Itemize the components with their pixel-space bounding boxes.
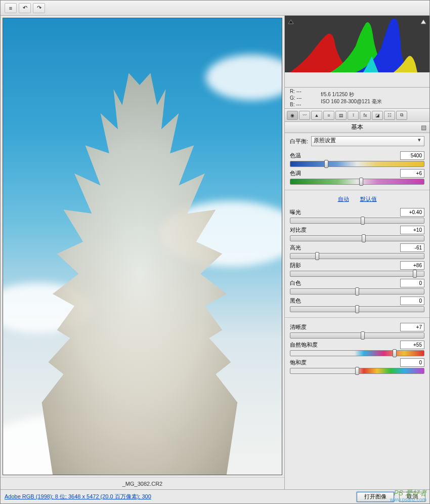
tint-thumb[interactable]	[359, 178, 363, 186]
footer-bar: Adobe RGB (1998); 8 位; 3648 x 5472 (20.0…	[1, 489, 429, 503]
clarity-label: 清晰度	[290, 323, 307, 331]
slider-contrast: 对比度+10	[290, 226, 424, 241]
contrast-thumb[interactable]	[362, 234, 366, 242]
controls: 白平衡: 原照设置 色温 5400 色调 +6	[285, 133, 429, 381]
tab-presets[interactable]: ☷	[384, 111, 395, 120]
slider-blacks: 黑色0	[290, 297, 424, 312]
clarity-value[interactable]: +7	[400, 323, 424, 331]
panel-menu-icon[interactable]: ▤	[421, 124, 426, 131]
exposure-thumb[interactable]	[361, 217, 365, 225]
histogram-graph	[285, 16, 429, 72]
redo-button[interactable]: ↷	[33, 3, 45, 13]
slider-tint: 色调 +6	[290, 169, 424, 185]
saturation-track[interactable]	[290, 368, 424, 374]
exposure-value[interactable]: +0.40	[400, 208, 424, 217]
whites-value[interactable]: 0	[400, 279, 424, 287]
preview-pane: _MG_3082.CR2	[1, 16, 285, 489]
tab-curve[interactable]: 〰	[299, 111, 310, 120]
watermark: PS 爱好者 www.psahz.com	[390, 489, 426, 502]
temp-thumb[interactable]	[324, 160, 328, 168]
tab-camera[interactable]: ◪	[372, 111, 383, 120]
wb-dropdown[interactable]: 原照设置	[311, 136, 424, 146]
whites-label: 白色	[290, 279, 301, 287]
slider-saturation: 饱和度0	[290, 358, 424, 374]
slider-highlights: 高光-61	[290, 243, 424, 259]
undo-button[interactable]: ↶	[19, 3, 31, 13]
shadows-label: 阴影	[290, 262, 301, 269]
open-image-button[interactable]: 打开图像	[357, 492, 394, 502]
panel-tabs: ◉ 〰 ▲ ≡ ▤ ⟟ fx ◪ ☷ ⧉	[285, 109, 429, 122]
histogram[interactable]	[285, 16, 429, 88]
clarity-thumb[interactable]	[361, 331, 365, 340]
image-viewport[interactable]	[1, 16, 284, 477]
white-balance-row: 白平衡: 原照设置	[290, 136, 424, 146]
menu-button[interactable]: ≡	[5, 3, 17, 13]
highlights-label: 高光	[290, 244, 301, 251]
saturation-label: 饱和度	[290, 359, 307, 366]
tab-detail[interactable]: ▲	[311, 111, 322, 120]
tab-snapshots[interactable]: ⧉	[396, 111, 407, 120]
slider-temp: 色温 5400	[290, 151, 424, 167]
tab-hsl[interactable]: ≡	[323, 111, 334, 120]
vibrance-track[interactable]	[290, 350, 424, 356]
tab-split[interactable]: ▤	[335, 111, 347, 120]
temp-track[interactable]	[290, 161, 424, 167]
contrast-label: 对比度	[290, 226, 307, 234]
saturation-value[interactable]: 0	[400, 358, 424, 367]
top-toolbar: ≡ ↶ ↷	[1, 1, 429, 16]
panel-title: 基本 ▤	[285, 122, 429, 133]
blacks-thumb[interactable]	[355, 305, 359, 313]
blacks-track[interactable]	[290, 306, 424, 312]
rgb-readout: R: --- G: --- B: ---	[290, 88, 302, 108]
slider-shadows: 阴影+86	[290, 261, 424, 277]
auto-default-row: 自动 默认值	[290, 195, 424, 203]
default-link[interactable]: 默认值	[360, 195, 377, 203]
saturation-thumb[interactable]	[355, 367, 359, 375]
auto-link[interactable]: 自动	[338, 195, 349, 203]
preview-image	[3, 18, 282, 475]
shadows-value[interactable]: +86	[400, 261, 424, 270]
vibrance-thumb[interactable]	[393, 349, 397, 357]
slider-vibrance: 自然饱和度+55	[290, 341, 424, 356]
clarity-track[interactable]	[290, 332, 424, 339]
tint-label: 色调	[290, 170, 301, 177]
tab-basic[interactable]: ◉	[287, 111, 298, 120]
vibrance-label: 自然饱和度	[290, 341, 318, 349]
highlights-track[interactable]	[290, 253, 424, 259]
whites-track[interactable]	[290, 288, 424, 295]
wb-label: 白平衡:	[290, 138, 308, 145]
blacks-value[interactable]: 0	[400, 297, 424, 305]
workflow-info[interactable]: Adobe RGB (1998); 8 位; 3648 x 5472 (20.0…	[5, 493, 151, 500]
side-panel: R: --- G: --- B: --- f/5.6 1/1250 秒 ISO …	[285, 16, 429, 489]
filename-label: _MG_3082.CR2	[1, 477, 284, 489]
slider-exposure: 曝光+0.40	[290, 208, 424, 224]
blacks-label: 黑色	[290, 297, 301, 305]
highlights-thumb[interactable]	[315, 252, 319, 260]
whites-thumb[interactable]	[355, 287, 359, 296]
main-area: _MG_3082.CR2	[1, 16, 429, 489]
shadow-clip-icon[interactable]	[288, 18, 294, 24]
contrast-track[interactable]	[290, 235, 424, 241]
slider-clarity: 清晰度+7	[290, 323, 424, 339]
vibrance-value[interactable]: +55	[400, 341, 424, 349]
contrast-value[interactable]: +10	[400, 226, 424, 234]
exif-readout: R: --- G: --- B: --- f/5.6 1/1250 秒 ISO …	[285, 88, 429, 109]
shadows-track[interactable]	[290, 271, 424, 277]
exposure-track[interactable]	[290, 218, 424, 224]
tint-value[interactable]: +6	[400, 169, 424, 178]
temp-label: 色温	[290, 152, 301, 159]
tab-fx[interactable]: fx	[360, 111, 371, 120]
temp-value[interactable]: 5400	[400, 151, 424, 160]
tint-track[interactable]	[290, 179, 424, 185]
exif-info: f/5.6 1/1250 秒 ISO 160 28-300@121 毫米	[311, 91, 424, 105]
slider-whites: 白色0	[290, 279, 424, 295]
app-window: ≡ ↶ ↷ _MG_3082.CR2	[0, 0, 430, 504]
highlight-clip-icon[interactable]	[420, 18, 426, 24]
shadows-thumb[interactable]	[413, 270, 417, 278]
exposure-label: 曝光	[290, 208, 301, 216]
tab-lens[interactable]: ⟟	[348, 111, 359, 120]
highlights-value[interactable]: -61	[400, 243, 424, 252]
